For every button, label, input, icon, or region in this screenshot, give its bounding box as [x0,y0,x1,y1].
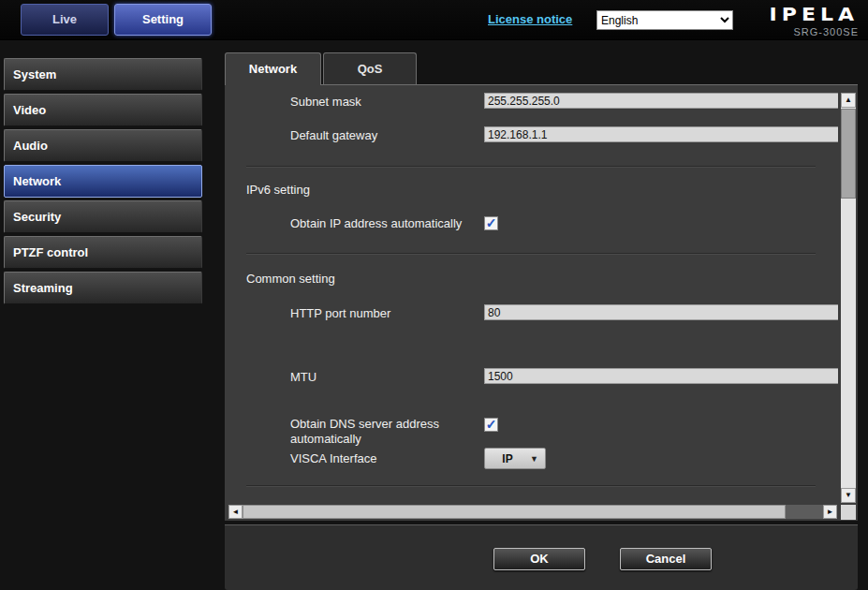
sidebar-item-system[interactable]: System [4,58,202,91]
camera-settings-page: Live Setting License notice English IPEL… [0,0,868,590]
visca-interface-dropdown[interactable]: IP ▼ [484,448,546,469]
divider [246,253,816,254]
tab-network[interactable]: Network [225,52,321,85]
setting-button[interactable]: Setting [114,4,212,36]
ok-button[interactable]: OK [493,548,585,570]
mtu-label: MTU [290,370,316,385]
license-notice-link[interactable]: License notice [488,12,572,26]
language-select[interactable]: English [596,10,733,30]
check-icon: ✓ [486,215,497,230]
scrollbar-corner [841,505,856,520]
mtu-input[interactable] [484,368,838,384]
sidebar-item-security[interactable]: Security [4,200,202,233]
sidebar-item-streaming[interactable]: Streaming [4,272,202,304]
visca-interface-value: IP [485,452,530,465]
obtain-ip-label: Obtain IP address automatically [290,216,478,231]
horizontal-scrollbar-thumb[interactable] [243,505,786,519]
sidebar-item-audio[interactable]: Audio [4,129,202,162]
divider [246,485,816,486]
vertical-scrollbar[interactable]: ▲ ▼ [841,93,856,503]
divider [246,166,816,167]
horizontal-scrollbar[interactable]: ◄ ► [228,505,837,519]
network-settings-panel: Subnet mask Default gateway IPv6 setting… [225,84,858,521]
check-icon: ✓ [486,417,497,432]
cancel-button[interactable]: Cancel [620,548,712,570]
sidebar-item-network[interactable]: Network [4,165,202,198]
top-bar: Live Setting License notice English IPEL… [0,0,868,40]
sidebar: System Video Audio Network Security PTZF… [4,58,202,307]
scroll-up-icon[interactable]: ▲ [841,93,856,108]
common-section-title: Common setting [246,272,335,286]
http-port-input[interactable] [484,304,838,320]
brand-block: IPELA SRG-300SE [770,5,859,37]
scroll-right-icon[interactable]: ► [823,505,837,519]
obtain-ip-checkbox[interactable]: ✓ [484,216,498,230]
subnet-mask-input[interactable] [484,93,838,109]
sidebar-item-ptzf-control[interactable]: PTZF control [4,236,202,269]
default-gateway-label: Default gateway [290,128,377,143]
ipv6-section-title: IPv6 setting [246,183,310,197]
default-gateway-input[interactable] [484,126,838,142]
obtain-dns-label: Obtain DNS server address automatically [290,417,487,447]
subnet-mask-label: Subnet mask [290,95,361,110]
model-label: SRG-300SE [770,26,859,37]
http-port-label: HTTP port number [290,306,390,321]
scroll-left-icon[interactable]: ◄ [228,505,243,519]
brand-logo: IPELA [770,5,859,24]
sidebar-item-video[interactable]: Video [4,94,202,126]
live-button[interactable]: Live [21,4,109,36]
chevron-down-icon: ▼ [530,454,545,464]
visca-interface-label: VISCA Interface [290,451,377,466]
action-bar: OK Cancel [225,524,858,590]
vertical-scrollbar-thumb[interactable] [841,109,856,199]
tab-qos[interactable]: QoS [323,52,417,85]
scroll-down-icon[interactable]: ▼ [841,488,856,503]
obtain-dns-checkbox[interactable]: ✓ [484,418,498,432]
